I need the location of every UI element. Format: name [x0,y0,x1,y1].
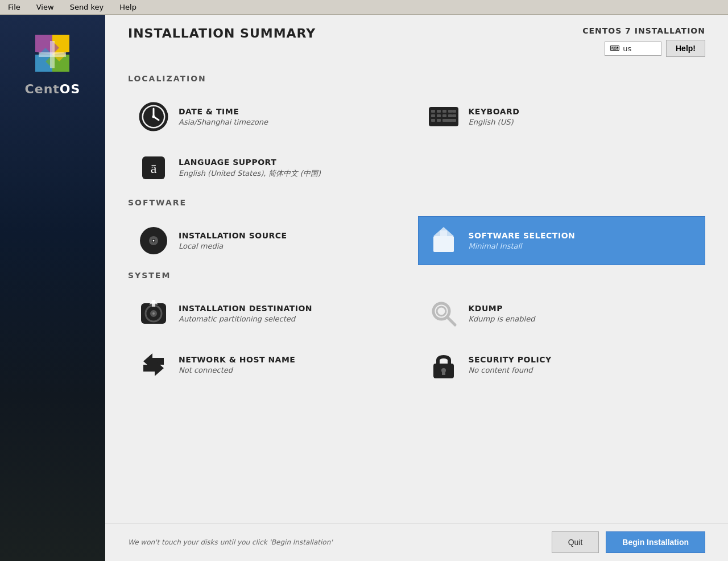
kdump-item[interactable]: KDUMP Kdump is enabled [418,289,706,338]
svg-rect-36 [433,236,454,252]
svg-rect-27 [437,119,441,122]
security-policy-subtitle: No content found [469,366,696,374]
keyboard-item[interactable]: KEYBOARD English (US) [418,92,706,141]
software-grid: INSTALLATION SOURCE Local media S [128,216,705,265]
app-body: CentOS INSTALLATION SUMMARY CENTOS 7 INS… [0,15,728,561]
kdump-text: KDUMP Kdump is enabled [469,304,696,323]
date-time-subtitle: Asia/Shanghai timezone [179,118,406,126]
svg-line-46 [447,317,455,325]
svg-rect-18 [442,110,446,113]
menu-bar: File View Send key Help [0,0,728,15]
section-software-title: SOFTWARE [128,198,705,207]
main-content: INSTALLATION SUMMARY CENTOS 7 INSTALLATI… [105,15,728,561]
menu-file[interactable]: File [5,2,24,13]
svg-rect-43 [152,300,155,307]
keyboard-value: us [623,44,631,53]
disc-icon [138,225,169,257]
installation-destination-item[interactable]: INSTALLATION DESTINATION Automatic parti… [128,289,416,338]
keyboard-text: KEYBOARD English (US) [469,107,696,126]
keyboard-small-icon: ⌨ [610,44,619,52]
date-time-item[interactable]: DATE & TIME Asia/Shanghai timezone [128,92,416,141]
installation-destination-subtitle: Automatic partitioning selected [179,315,406,323]
help-button[interactable]: Help! [666,40,705,57]
footer: We won't touch your disks until you clic… [105,523,728,561]
footer-hint: We won't touch your disks until you clic… [128,538,333,546]
svg-rect-26 [431,119,435,122]
svg-rect-38 [440,230,447,236]
network-hostname-item[interactable]: NETWORK & HOST NAME Not connected [128,340,416,389]
header: INSTALLATION SUMMARY CENTOS 7 INSTALLATI… [105,15,728,63]
installation-destination-title: INSTALLATION DESTINATION [179,304,406,313]
centos-logo-icon [30,32,75,77]
svg-rect-25 [452,114,456,117]
kdump-subtitle: Kdump is enabled [469,315,696,323]
svg-rect-20 [452,110,456,113]
disk-icon [138,298,169,329]
localization-grid: DATE & TIME Asia/Shanghai timezone [128,92,705,192]
svg-text:ā: ā [151,161,157,176]
svg-rect-28 [442,119,453,122]
header-right: CENTOS 7 INSTALLATION ⌨ us Help! [582,26,705,57]
network-hostname-text: NETWORK & HOST NAME Not connected [179,355,406,374]
install-title: CENTOS 7 INSTALLATION [582,26,705,35]
centos-logo-text: CentOS [25,82,81,96]
network-icon [138,349,169,381]
language-support-item[interactable]: ā LANGUAGE SUPPORT English (United State… [128,143,416,192]
network-hostname-title: NETWORK & HOST NAME [179,355,406,364]
language-support-text: LANGUAGE SUPPORT English (United States)… [179,158,406,179]
lock-icon [428,349,460,381]
section-system-title: SYSTEM [128,271,705,280]
centos-logo: CentOS [25,32,81,96]
date-time-text: DATE & TIME Asia/Shanghai timezone [179,107,406,126]
security-policy-item[interactable]: SECURITY POLICY No content found [418,340,706,389]
svg-point-45 [437,307,446,316]
svg-rect-17 [437,110,441,113]
language-support-title: LANGUAGE SUPPORT [179,158,406,167]
network-hostname-subtitle: Not connected [179,366,406,374]
software-selection-subtitle: Minimal Install [469,242,696,250]
language-support-subtitle: English (United States), 简体中文 (中国) [179,168,406,179]
quit-button[interactable]: Quit [552,531,599,553]
security-policy-text: SECURITY POLICY No content found [469,355,696,374]
svg-point-35 [153,240,155,242]
svg-rect-24 [448,114,452,117]
software-selection-item[interactable]: SOFTWARE SELECTION Minimal Install [418,216,706,265]
language-icon: ā [138,152,169,184]
sidebar: CentOS [0,15,105,561]
svg-rect-22 [437,114,441,117]
keyboard-subtitle: English (US) [469,118,696,126]
section-localization-title: LOCALIZATION [128,74,705,83]
svg-rect-9 [39,52,66,57]
date-time-title: DATE & TIME [179,107,406,116]
page-title: INSTALLATION SUMMARY [128,26,316,40]
keyboard-title: KEYBOARD [469,107,696,116]
installation-source-text: INSTALLATION SOURCE Local media [179,231,406,250]
installation-source-item[interactable]: INSTALLATION SOURCE Local media [128,216,416,265]
installation-source-subtitle: Local media [179,242,406,250]
menu-view[interactable]: View [33,2,57,13]
installation-destination-text: INSTALLATION DESTINATION Automatic parti… [179,304,406,323]
kdump-title: KDUMP [469,304,696,313]
svg-point-42 [152,312,155,315]
keyboard-input-field[interactable]: ⌨ us [605,42,661,56]
keyboard-icon [428,101,460,133]
svg-rect-21 [431,114,435,117]
system-grid: INSTALLATION DESTINATION Automatic parti… [128,289,705,389]
package-icon [428,225,460,257]
software-selection-title: SOFTWARE SELECTION [469,231,696,240]
menu-sendkey[interactable]: Send key [67,2,107,13]
installation-source-title: INSTALLATION SOURCE [179,231,406,240]
kdump-icon [428,298,460,329]
svg-point-14 [152,116,155,118]
clock-icon [138,101,169,133]
menu-help[interactable]: Help [116,2,140,13]
svg-rect-16 [431,110,435,113]
svg-rect-29 [452,119,456,122]
header-controls: ⌨ us Help! [605,40,705,57]
software-selection-text: SOFTWARE SELECTION Minimal Install [469,231,696,250]
svg-rect-49 [442,372,445,375]
begin-installation-button[interactable]: Begin Installation [606,531,705,553]
svg-rect-23 [442,114,446,117]
content-area: LOCALIZATION DATE & TIME [105,63,728,523]
security-policy-title: SECURITY POLICY [469,355,696,364]
